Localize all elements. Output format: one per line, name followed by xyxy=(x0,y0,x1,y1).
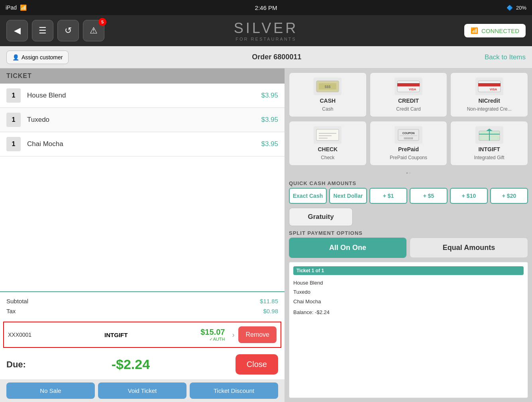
gratuity-section: Gratuity xyxy=(289,208,528,226)
battery-level: 20% xyxy=(516,5,526,11)
close-button[interactable]: Close xyxy=(236,354,278,375)
receipt-balance: Balance: -$2.24 xyxy=(293,309,524,315)
connected-label: CONNECTED xyxy=(481,27,519,34)
customer-icon: 👤 xyxy=(12,54,19,60)
cash-payment-button[interactable]: $$$ CASH Cash xyxy=(289,72,367,117)
item-name-2: Tuxedo xyxy=(27,116,261,124)
svg-rect-9 xyxy=(316,129,339,141)
due-label: Due: xyxy=(6,359,26,370)
item-qty-1: 1 xyxy=(6,88,21,103)
intgift-method-title: INTGIFT xyxy=(478,146,500,152)
all-on-one-button[interactable]: All On One xyxy=(289,238,406,258)
receipt-item-1: House Blend xyxy=(293,278,524,287)
credit-icon: VISA xyxy=(395,78,422,95)
plus-5-button[interactable]: + $5 xyxy=(410,188,448,204)
totals-section: Subtotal $11.85 Tax $0.98 xyxy=(0,291,285,320)
wifi-icon: 📶 xyxy=(20,4,27,11)
status-bar: iPad 📶 2:46 PM 🔷 20% xyxy=(0,0,532,15)
item-name-3: Chai Mocha xyxy=(27,140,261,148)
svg-text:VISA: VISA xyxy=(409,88,416,91)
bottom-buttons: No Sale Void Ticket Ticket Discount xyxy=(0,379,285,402)
prepaid-method-subtitle: PrePaid Coupons xyxy=(390,155,427,160)
header-bar: 👤 Assign customer Order 6800011 Back to … xyxy=(0,46,532,68)
main-content: TICKET 1 House Blend $3.95 1 Tuxedo $3.9… xyxy=(0,68,532,402)
left-panel: TICKET 1 House Blend $3.95 1 Tuxedo $3.9… xyxy=(0,68,285,402)
intgift-payment-button[interactable]: INTGIFT Integrated Gift xyxy=(450,121,528,166)
ticket-header: TICKET xyxy=(0,68,285,84)
subtotal-label: Subtotal xyxy=(6,298,28,304)
balance-amount: -$2.24 xyxy=(315,309,330,315)
svg-text:VISA: VISA xyxy=(489,88,497,91)
prepaid-payment-button[interactable]: COUPON ||||||||||||||| PrePaid PrePaid C… xyxy=(370,121,448,166)
intgift-method-subtitle: Integrated Gift xyxy=(474,155,505,160)
ticket-items-list: 1 House Blend $3.95 1 Tuxedo $3.95 1 Cha… xyxy=(0,84,285,187)
nicredit-payment-button[interactable]: VISA NICredit Non-integrated Cre... xyxy=(450,72,528,117)
table-row[interactable]: 1 Chai Mocha $3.95 xyxy=(0,132,285,156)
payment-amount-section: $15.07 ✓AUTH xyxy=(200,328,225,342)
due-row: Due: -$2.24 Close xyxy=(0,349,285,379)
plus-10-button[interactable]: + $10 xyxy=(450,188,488,204)
payment-type: INTGIFT xyxy=(35,332,196,338)
next-dollar-button[interactable]: Next Dollar xyxy=(329,188,367,204)
svg-text:COUPON: COUPON xyxy=(402,132,415,135)
cash-method-title: CASH xyxy=(320,98,336,104)
menu-icon: ☰ xyxy=(39,25,47,36)
void-ticket-button[interactable]: Void Ticket xyxy=(98,382,186,399)
ticket-receipt: Ticket 1 of 1 House Blend Tuxedo Chai Mo… xyxy=(289,262,528,398)
table-row[interactable]: 1 Tuxedo $3.95 xyxy=(0,108,285,132)
tax-row: Tax $0.98 xyxy=(6,306,278,316)
alert-badge: 5 xyxy=(98,18,106,26)
intgift-icon xyxy=(475,126,503,144)
back-to-items-link[interactable]: Back to Items xyxy=(485,53,526,61)
item-name-1: House Blend xyxy=(27,92,261,100)
assign-customer-button[interactable]: 👤 Assign customer xyxy=(6,51,69,64)
svg-text:$$$: $$$ xyxy=(325,85,331,89)
item-price-1: $3.95 xyxy=(261,92,278,100)
svg-text:|||||||||||||||: ||||||||||||||| xyxy=(404,137,413,139)
quick-cash-section: QUICK CASH AMOUNTS Exact Cash Next Dolla… xyxy=(289,180,528,204)
payment-applied-row[interactable]: XXX0001 INTGIFT $15.07 ✓AUTH › Remove xyxy=(3,322,281,348)
plus-1-button[interactable]: + $1 xyxy=(369,188,407,204)
tax-label: Tax xyxy=(6,308,16,314)
credit-payment-button[interactable]: VISA CREDIT Credit Card xyxy=(370,72,448,117)
refresh-button[interactable]: ↺ xyxy=(57,20,79,41)
svg-marker-18 xyxy=(486,129,493,131)
wifi-connected-icon: 📶 xyxy=(471,27,478,34)
credit-method-title: CREDIT xyxy=(398,98,419,104)
due-amount: -$2.24 xyxy=(112,357,150,372)
page-dots: ● ○ xyxy=(289,170,528,176)
item-qty-3: 1 xyxy=(6,137,21,151)
svg-rect-4 xyxy=(397,83,420,86)
assign-customer-label: Assign customer xyxy=(22,54,63,60)
ticket-discount-button[interactable]: Ticket Discount xyxy=(190,382,278,399)
quick-cash-row: Exact Cash Next Dollar + $1 + $5 + $10 +… xyxy=(289,188,528,204)
credit-method-subtitle: Credit Card xyxy=(396,106,420,112)
nicredit-method-title: NICredit xyxy=(478,98,500,104)
equal-amounts-button[interactable]: Equal Amounts xyxy=(410,238,528,258)
nicredit-method-subtitle: Non-integrated Cre... xyxy=(467,106,512,112)
item-qty-2: 1 xyxy=(6,113,21,127)
table-row[interactable]: 1 House Blend $3.95 xyxy=(0,84,285,108)
menu-button[interactable]: ☰ xyxy=(32,20,53,41)
remove-payment-button[interactable]: Remove xyxy=(238,326,277,343)
plus-20-button[interactable]: + $20 xyxy=(490,188,528,204)
gratuity-button[interactable]: Gratuity xyxy=(289,208,353,226)
cash-icon: $$$ xyxy=(314,78,342,95)
no-sale-button[interactable]: No Sale xyxy=(6,382,95,399)
ipad-label: iPad xyxy=(6,4,17,11)
refresh-icon: ↺ xyxy=(65,25,72,36)
connected-indicator: 📶 CONNECTED xyxy=(464,24,526,37)
check-icon xyxy=(314,126,342,144)
chevron-right-icon: › xyxy=(232,331,234,339)
logo-text: SILVER xyxy=(234,20,298,37)
alert-button[interactable]: ⚠ 5 xyxy=(83,20,104,41)
toolbar: ◀ ☰ ↺ ⚠ 5 SILVER FOR RESTAURANTS 📶 CONNE… xyxy=(0,15,532,46)
split-row: All On One Equal Amounts xyxy=(289,238,528,258)
receipt-item-3: Chai Mocha xyxy=(293,297,524,306)
exact-cash-button[interactable]: Exact Cash xyxy=(289,188,327,204)
check-payment-button[interactable]: CHECK Check xyxy=(289,121,367,166)
back-button[interactable]: ◀ xyxy=(6,20,28,41)
balance-label: Balance: xyxy=(293,309,314,315)
check-method-title: CHECK xyxy=(318,146,338,152)
back-icon: ◀ xyxy=(14,25,21,36)
